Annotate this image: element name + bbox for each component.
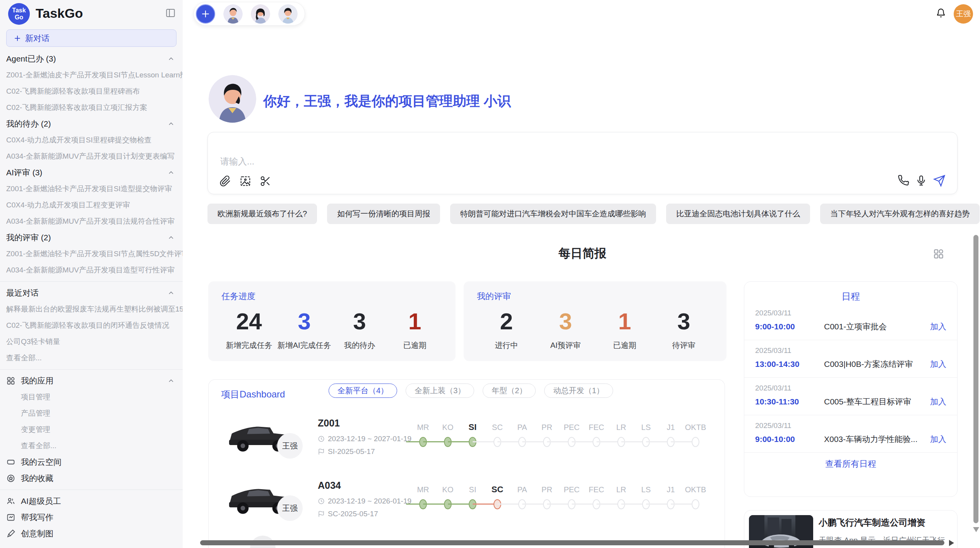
sidebar-task-item[interactable]: A034-全新新能源MUV产品开发项目计划变更表编写 (0, 148, 183, 164)
my-apps-subitem[interactable]: 变更管理 (0, 421, 183, 438)
stat-label: 已逾期 (595, 340, 654, 351)
sidebar-task-item[interactable]: A034-全新新能源MUV产品开发项目造型可行性评审 (0, 262, 183, 278)
stat-item: 3待评审 (654, 305, 713, 351)
new-chat-button[interactable]: 新对话 (6, 29, 176, 47)
assistant-avatar-2[interactable] (251, 4, 270, 24)
dashboard-filter-chip[interactable]: 全新上装（3） (406, 384, 474, 398)
my-apps-label: 我的应用 (21, 375, 162, 386)
send-button[interactable] (933, 175, 946, 187)
sidebar-section-header-0[interactable]: Agent已办 (3) (0, 51, 183, 67)
current-user-avatar[interactable]: 王强 (954, 4, 973, 24)
insert-image-button[interactable] (240, 175, 251, 187)
dashboard-filter-chip[interactable]: 动总开发（1） (544, 384, 613, 398)
sidebar-section-header-2[interactable]: AI评审 (3) (0, 164, 183, 181)
project-flag-milestone: SI-2025-05-17 (318, 447, 375, 456)
users-icon (6, 497, 15, 506)
milestone-label: LR (609, 485, 634, 495)
view-all-schedule-link[interactable]: 查看所有日程 (744, 458, 957, 470)
scroll-right-arrow[interactable] (949, 540, 954, 546)
sidebar-item-cloud-space[interactable]: 我的云空间 (0, 454, 183, 470)
sidebar-task-item[interactable]: Z001-全新燃油轻卡产品开发项目SI造型提交物评审 (0, 181, 183, 197)
scroll-down-arrow[interactable] (973, 527, 979, 532)
milestone-label: LS (634, 422, 658, 432)
vertical-scrollbar[interactable] (973, 235, 978, 523)
sidebar-task-item[interactable]: C0X4-动力总成开发项目SI里程碑提交物检查 (0, 132, 183, 148)
sidebar-task-item[interactable]: Z001-全新燃油轻卡产品开发项目SI节点属性5D文件评审 (0, 246, 183, 262)
event-join-link[interactable]: 加入 (930, 434, 946, 445)
sidebar-section-header-3[interactable]: 我的评审 (2) (0, 229, 183, 246)
sidebar-task-item[interactable]: C0X4-动力总成开发项目工程变更评审 (0, 197, 183, 213)
voice-call-button[interactable] (898, 175, 909, 187)
dashboard-filter-chip[interactable]: 年型（2） (483, 384, 536, 398)
my-apps-subitem[interactable]: 查看全部... (0, 438, 183, 454)
recent-chat-item[interactable]: 解释最新出台的欧盟报废车法规再生塑料比例被调至15%... (0, 301, 183, 317)
sidebar-task-item[interactable]: C02-飞腾新能源轻客改款项目立项汇报方案 (0, 99, 183, 116)
sidebar-item-ai-employee[interactable]: AI超级员工 (0, 493, 183, 509)
collapse-sidebar-button[interactable] (165, 8, 176, 18)
milestone: LS (634, 422, 658, 432)
notifications-bell-button[interactable] (936, 8, 946, 18)
event-join-link[interactable]: 加入 (930, 321, 946, 332)
attach-file-button[interactable] (219, 175, 231, 187)
event-date: 2025/03/11 (755, 421, 946, 430)
sidebar-header: Task Go TaskGo (0, 0, 183, 27)
recent-chat-item[interactable]: 公司Q3轻卡销量 (0, 334, 183, 350)
sidebar-task-sections: Agent已办 (3)Z001-全新燃油皮卡产品开发项目SI节点Lesson L… (0, 51, 183, 278)
dashboard-header: 项目Dashboard 全新平台（4）全新上装（3）年型（2）动总开发（1） (209, 380, 725, 403)
horizontal-scrollbar[interactable] (200, 540, 944, 545)
dashboard-filter-chip[interactable]: 全新平台（4） (329, 384, 397, 398)
sidebar-task-item[interactable]: C02-飞腾新能源轻客改款项目里程碑画布 (0, 83, 183, 99)
event-time: 9:00-10:00 (755, 322, 824, 331)
suggestion-chip[interactable]: 欧洲新规最近颁布了什么? (207, 204, 317, 224)
suggestion-chips: 欧洲新规最近颁布了什么?如何写一份清晰的项目周报特朗普可能对进口汽车增税会对中国… (207, 204, 958, 224)
milestone-label: PEC (559, 485, 584, 495)
sidebar-item-creative-draw[interactable]: 创意制图 (0, 526, 183, 542)
recent-view-all-link[interactable]: 查看全部... (0, 350, 183, 366)
milestone-label: PA (510, 422, 535, 432)
sidebar-task-item[interactable]: A034-全新新能源MUV产品开发项目法规符合性评审 (0, 213, 183, 229)
event-date: 2025/03/11 (755, 346, 946, 355)
milestone-label: LS (634, 485, 658, 495)
dashboard-title: 项目Dashboard (221, 388, 285, 401)
suggestion-chip[interactable]: 特朗普可能对进口汽车增税会对中国车企造成哪些影响 (450, 204, 656, 224)
sidebar-item-favorites[interactable]: 我的收藏 (0, 470, 183, 486)
assistant-avatar-3[interactable] (278, 4, 298, 24)
suggestion-chip[interactable]: 如何写一份清晰的项目周报 (327, 204, 440, 224)
phone-icon (898, 175, 909, 187)
my-apps-subitem[interactable]: 产品管理 (0, 405, 183, 421)
sidebar-task-item[interactable]: Z001-全新燃油皮卡产品开发项目SI节点Lesson Learn报告 (0, 67, 183, 83)
paperclip-icon (219, 175, 231, 187)
milestone-dot[interactable] (692, 437, 699, 447)
milestone-label: OKTB (683, 422, 708, 432)
help-write-label: 帮我写作 (21, 512, 175, 523)
suggestion-chip[interactable]: 当下年轻人对汽车外观有怎样的喜好趋势 (820, 204, 980, 224)
cloud-drive-icon (6, 457, 15, 467)
milestone-label: MR (411, 485, 435, 495)
milestone-dot[interactable] (692, 499, 699, 509)
add-session-button[interactable] (196, 4, 215, 24)
sidebar-item-help-write[interactable]: 帮我写作 (0, 509, 183, 526)
composer-right-tools (898, 175, 946, 187)
assistant-avatar-1[interactable] (223, 4, 243, 24)
sidebar-section-header-1[interactable]: 我的待办 (2) (0, 116, 183, 132)
recent-chat-item[interactable]: C02-飞腾新能源轻客改款项目的闭环通告反馈情况 (0, 317, 183, 334)
project-dates-text: 2023-12-19 ~ 2027-01-19 (328, 435, 411, 443)
screenshot-button[interactable] (260, 175, 271, 187)
microphone-button[interactable] (915, 175, 927, 187)
my-apps-subitem[interactable]: 项目管理 (0, 389, 183, 405)
event-join-link[interactable]: 加入 (930, 359, 946, 370)
schedule-card: 日程 2025/03/119:00-10:00C001-立项审批会加入2025/… (744, 281, 958, 497)
greeting-title: 你好，王强，我是你的项目管理助理 小识 (263, 92, 511, 110)
chat-input[interactable] (220, 156, 840, 167)
milestone-label: PA (510, 485, 535, 495)
milestone-label: SC (485, 485, 510, 495)
clock-icon (318, 435, 325, 442)
suggestion-chip[interactable]: 比亚迪全固态电池计划具体说了什么 (666, 204, 810, 224)
chevron-up-icon (167, 120, 175, 128)
event-join-link[interactable]: 加入 (930, 396, 946, 407)
briefing-layout-button[interactable] (933, 248, 944, 260)
sidebar-item-my-apps[interactable]: 我的应用 (0, 373, 183, 389)
recent-chats-header[interactable]: 最近对话 (0, 285, 183, 301)
milestone: MR (411, 422, 435, 432)
flag-icon (318, 448, 325, 455)
